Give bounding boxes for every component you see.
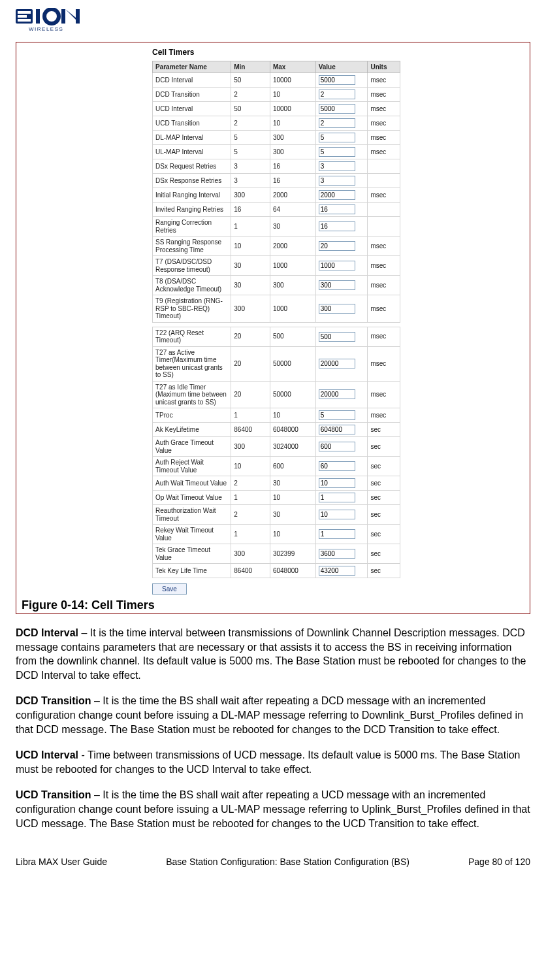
footer-center: Base Station Configuration: Base Station… bbox=[166, 857, 410, 867]
param-max: 10000 bbox=[270, 102, 315, 116]
param-value-input[interactable] bbox=[319, 221, 355, 231]
param-units: msec bbox=[368, 408, 400, 423]
text-ucd-transition: – It is the time the BS shall wait after… bbox=[16, 789, 530, 828]
table-row: Ak KeyLifetime864006048000sec bbox=[153, 423, 400, 437]
table-row: Auth Reject Wait Timeout Value10600sec bbox=[153, 457, 400, 476]
param-max: 50000 bbox=[270, 346, 315, 381]
column-header: Units bbox=[368, 61, 400, 73]
param-min: 300 bbox=[231, 544, 270, 564]
param-value-input[interactable] bbox=[319, 410, 355, 420]
param-value-input[interactable] bbox=[319, 510, 355, 519]
param-max: 300 bbox=[270, 131, 315, 145]
param-value-cell bbox=[315, 457, 368, 476]
param-value-input[interactable] bbox=[319, 566, 355, 576]
param-max: 30 bbox=[270, 505, 315, 525]
param-units: msec bbox=[368, 88, 400, 102]
param-value-input[interactable] bbox=[319, 133, 355, 142]
table-row: DCD Interval5010000msec bbox=[153, 73, 400, 88]
param-value-input[interactable] bbox=[319, 90, 355, 99]
param-min: 1 bbox=[231, 525, 270, 544]
eion-logo-svg: WIRELESS bbox=[16, 8, 101, 35]
param-value-cell bbox=[315, 188, 368, 203]
param-max: 1000 bbox=[270, 256, 315, 276]
param-min: 1 bbox=[231, 491, 270, 505]
param-value-input[interactable] bbox=[319, 261, 355, 270]
param-name: T22 (ARQ Reset Timeout) bbox=[153, 327, 231, 346]
param-value-input[interactable] bbox=[319, 241, 355, 251]
param-min: 16 bbox=[231, 203, 270, 217]
param-value-cell bbox=[315, 327, 368, 346]
param-units: sec bbox=[368, 491, 400, 505]
param-max: 16 bbox=[270, 174, 315, 188]
param-value-input[interactable] bbox=[319, 359, 355, 368]
param-value-input[interactable] bbox=[319, 104, 355, 114]
param-value-input[interactable] bbox=[319, 176, 355, 186]
param-value-input[interactable] bbox=[319, 147, 355, 157]
page-footer: Libra MAX User Guide Base Station Config… bbox=[16, 857, 530, 867]
param-value-input[interactable] bbox=[319, 461, 355, 471]
para-ucd-transition: UCD Transition – It is the time the BS s… bbox=[16, 788, 530, 830]
param-value-input[interactable] bbox=[319, 478, 355, 488]
param-value-input[interactable] bbox=[319, 549, 355, 559]
param-units bbox=[368, 217, 400, 237]
param-value-input[interactable] bbox=[319, 304, 355, 314]
footer-right: Page 80 of 120 bbox=[468, 857, 530, 867]
param-name: T8 (DSA/DSC Acknowledge Timeout) bbox=[153, 276, 231, 295]
param-max: 10 bbox=[270, 116, 315, 131]
param-max: 16 bbox=[270, 159, 315, 174]
param-name: DL-MAP Interval bbox=[153, 131, 231, 145]
param-value-input[interactable] bbox=[319, 442, 355, 451]
param-units: msec bbox=[368, 256, 400, 276]
param-min: 86400 bbox=[231, 564, 270, 578]
term-dcd-transition: DCD Transition bbox=[16, 695, 91, 706]
param-units: msec bbox=[368, 276, 400, 295]
param-name: Reauthorization Wait Timeout bbox=[153, 505, 231, 525]
term-dcd-interval: DCD Interval bbox=[16, 627, 78, 638]
table-row: Rekey Wait Timeout Value110sec bbox=[153, 525, 400, 544]
save-button[interactable]: Save bbox=[152, 583, 187, 595]
param-min: 20 bbox=[231, 346, 270, 381]
param-max: 2000 bbox=[270, 237, 315, 256]
param-name: T7 (DSA/DSC/DSD Response timeout) bbox=[153, 256, 231, 276]
param-max: 10 bbox=[270, 408, 315, 423]
param-name: Ranging Correction Retries bbox=[153, 217, 231, 237]
param-value-input[interactable] bbox=[319, 118, 355, 128]
param-value-cell bbox=[315, 174, 368, 188]
column-header: Min bbox=[231, 61, 270, 73]
param-max: 302399 bbox=[270, 544, 315, 564]
param-max: 64 bbox=[270, 203, 315, 217]
param-value-input[interactable] bbox=[319, 161, 355, 171]
param-value-input[interactable] bbox=[319, 389, 355, 399]
table-row: DSx Response Retries316 bbox=[153, 174, 400, 188]
param-value-input[interactable] bbox=[319, 425, 355, 434]
param-value-cell bbox=[315, 237, 368, 256]
param-value-cell bbox=[315, 437, 368, 457]
param-name: UCD Interval bbox=[153, 102, 231, 116]
param-max: 30 bbox=[270, 217, 315, 237]
param-value-input[interactable] bbox=[319, 332, 355, 342]
param-value-cell bbox=[315, 145, 368, 159]
param-units: sec bbox=[368, 544, 400, 564]
column-header: Parameter Name bbox=[153, 61, 231, 73]
param-value-cell bbox=[315, 203, 368, 217]
table-row: DSx Request Retries316 bbox=[153, 159, 400, 174]
table-row: T22 (ARQ Reset Timeout)20500msec bbox=[153, 327, 400, 346]
text-dcd-interval: – It is the time interval between transm… bbox=[16, 627, 526, 681]
param-max: 300 bbox=[270, 276, 315, 295]
param-value-input[interactable] bbox=[319, 75, 355, 85]
param-value-input[interactable] bbox=[319, 493, 355, 502]
param-max: 10 bbox=[270, 525, 315, 544]
param-units: sec bbox=[368, 525, 400, 544]
param-units: sec bbox=[368, 457, 400, 476]
param-value-cell bbox=[315, 476, 368, 491]
param-name: Tek Key Life Time bbox=[153, 564, 231, 578]
param-name: Auth Grace Timeout Value bbox=[153, 437, 231, 457]
table-row: UCD Interval5010000msec bbox=[153, 102, 400, 116]
param-min: 3 bbox=[231, 174, 270, 188]
param-value-input[interactable] bbox=[319, 190, 355, 200]
param-value-input[interactable] bbox=[319, 529, 355, 539]
text-dcd-transition: – It is the time the BS shall wait after… bbox=[16, 695, 523, 734]
param-value-input[interactable] bbox=[319, 204, 355, 214]
table-row: UCD Transition210msec bbox=[153, 116, 400, 131]
param-value-input[interactable] bbox=[319, 280, 355, 290]
